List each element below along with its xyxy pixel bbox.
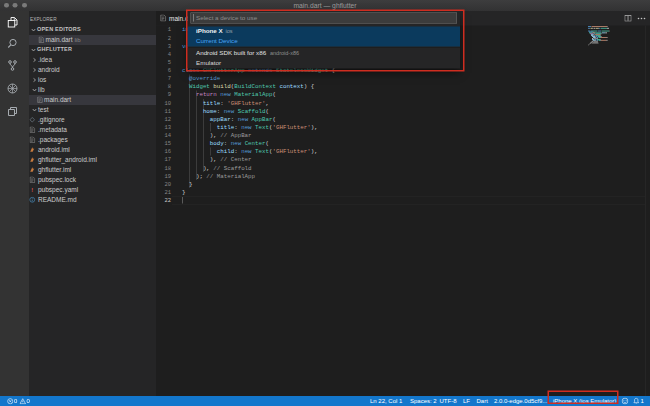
svg-text:!: !: [31, 187, 33, 193]
